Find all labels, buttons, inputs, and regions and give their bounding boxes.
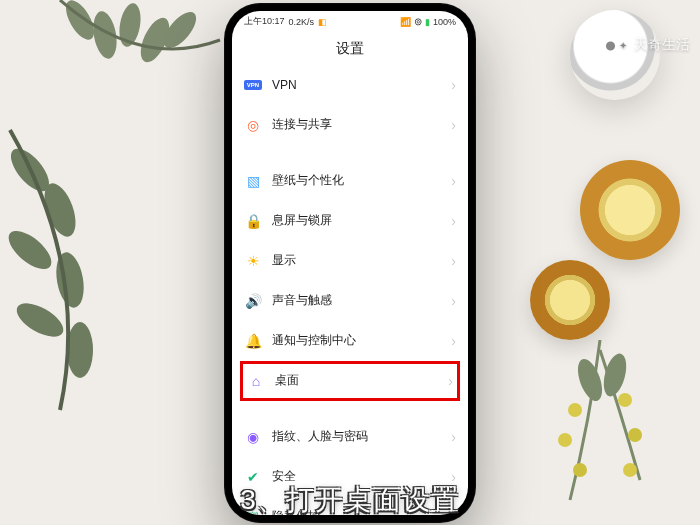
title-text: 设置 xyxy=(336,40,364,58)
svg-point-2 xyxy=(116,2,143,49)
biometric-label: 指纹、人脸与密码 xyxy=(272,428,441,445)
watermark-text: 天奇生活 xyxy=(634,36,690,54)
lock-label: 息屏与锁屏 xyxy=(272,212,441,229)
decorative-candle xyxy=(570,10,660,100)
wallpaper-label: 壁纸与个性化 xyxy=(272,172,441,189)
watermark-icon: ✦ xyxy=(616,38,630,52)
settings-row-wallpaper[interactable]: ▧壁纸与个性化› xyxy=(244,161,456,201)
wifi-icon: ⊚ xyxy=(414,16,422,27)
display-icon: ☀ xyxy=(244,252,262,270)
svg-point-0 xyxy=(60,0,99,44)
page-title: 设置 xyxy=(232,33,468,65)
settings-row-vpn[interactable]: VPNVPN› xyxy=(244,65,456,105)
decorative-leaves-left xyxy=(0,120,170,420)
chevron-right-icon: › xyxy=(451,117,456,133)
group-gap xyxy=(244,145,456,161)
watermark: ✦ 天奇生活 xyxy=(616,36,690,54)
desktop-icon: ⌂ xyxy=(247,372,265,390)
vpn-icon: VPN xyxy=(244,76,262,94)
notif-icon: 🔔 xyxy=(244,332,262,350)
settings-row-share[interactable]: ◎连接与共享› xyxy=(244,105,456,145)
chevron-right-icon: › xyxy=(451,173,456,189)
lock-icon: 🔒 xyxy=(244,212,262,230)
sound-icon: 🔊 xyxy=(244,292,262,310)
signal-icon: 📶 xyxy=(400,17,411,27)
chevron-right-icon: › xyxy=(451,293,456,309)
tutorial-caption: 3、打开桌面设置 xyxy=(0,481,700,519)
decorative-citrus-small xyxy=(530,260,610,340)
svg-point-5 xyxy=(4,142,56,197)
svg-point-17 xyxy=(573,356,607,404)
phone-screen: 上午10:17 0.2K/s ◧ 📶 ⊚ ▮ 100% 设置 VPNVPN›◎连… xyxy=(232,11,468,515)
decorative-leaves-top xyxy=(50,0,230,130)
settings-row-lock[interactable]: 🔒息屏与锁屏› xyxy=(244,201,456,241)
chevron-right-icon: › xyxy=(451,253,456,269)
svg-point-12 xyxy=(558,433,572,447)
settings-row-display[interactable]: ☀显示› xyxy=(244,241,456,281)
vpn-label: VPN xyxy=(272,78,441,92)
status-time: 上午10:17 xyxy=(244,15,285,28)
svg-point-4 xyxy=(158,7,202,54)
status-battery: 100% xyxy=(433,17,456,27)
svg-point-3 xyxy=(135,14,175,67)
svg-point-10 xyxy=(67,322,93,378)
status-bar: 上午10:17 0.2K/s ◧ 📶 ⊚ ▮ 100% xyxy=(232,11,468,33)
chevron-right-icon: › xyxy=(451,429,456,445)
chevron-right-icon: › xyxy=(448,373,453,389)
settings-row-sound[interactable]: 🔊声音与触感› xyxy=(244,281,456,321)
group-gap xyxy=(244,401,456,417)
notif-label: 通知与控制中心 xyxy=(272,332,441,349)
svg-point-7 xyxy=(2,224,57,276)
svg-point-16 xyxy=(623,463,637,477)
share-label: 连接与共享 xyxy=(272,116,441,133)
share-icon: ◎ xyxy=(244,116,262,134)
svg-point-14 xyxy=(618,393,632,407)
settings-row-desktop[interactable]: ⌂桌面› xyxy=(240,361,460,401)
status-netspeed: 0.2K/s xyxy=(289,17,315,27)
chevron-right-icon: › xyxy=(451,333,456,349)
settings-list[interactable]: VPNVPN›◎连接与共享›▧壁纸与个性化›🔒息屏与锁屏›☀显示›🔊声音与触感›… xyxy=(232,65,468,515)
display-label: 显示 xyxy=(272,252,441,269)
battery-icon: ▮ xyxy=(425,17,430,27)
status-app-icon: ◧ xyxy=(318,17,327,27)
wallpaper-icon: ▧ xyxy=(244,172,262,190)
decorative-citrus-large xyxy=(580,160,680,260)
svg-point-9 xyxy=(11,297,68,344)
phone-frame: 上午10:17 0.2K/s ◧ 📶 ⊚ ▮ 100% 设置 VPNVPN›◎连… xyxy=(224,3,476,523)
chevron-right-icon: › xyxy=(451,213,456,229)
svg-point-6 xyxy=(38,179,82,241)
desktop-label: 桌面 xyxy=(275,372,438,389)
svg-point-13 xyxy=(573,463,587,477)
biometric-icon: ◉ xyxy=(244,428,262,446)
settings-row-notif[interactable]: 🔔通知与控制中心› xyxy=(244,321,456,361)
svg-point-18 xyxy=(600,351,631,399)
settings-row-biometric[interactable]: ◉指纹、人脸与密码› xyxy=(244,417,456,457)
svg-point-8 xyxy=(52,250,87,310)
sound-label: 声音与触感 xyxy=(272,292,441,309)
svg-point-11 xyxy=(568,403,582,417)
chevron-right-icon: › xyxy=(451,77,456,93)
svg-point-15 xyxy=(628,428,642,442)
svg-point-1 xyxy=(90,9,120,60)
